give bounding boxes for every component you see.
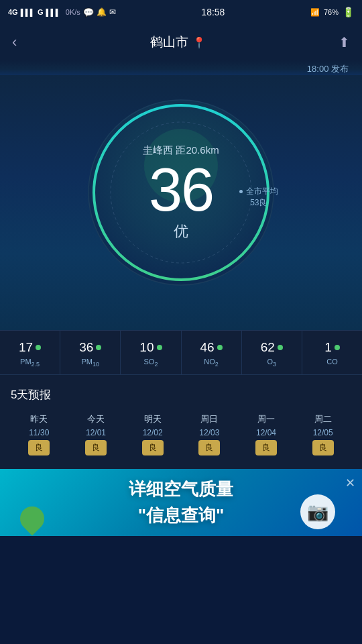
wechat-icon: 💬 xyxy=(83,7,94,17)
battery-pct: 76% xyxy=(324,8,339,16)
day-label-3: 周日 xyxy=(200,413,218,425)
co-value: 1 xyxy=(324,340,340,355)
metric-co: 1 CO xyxy=(302,331,362,374)
co-dot xyxy=(335,345,340,350)
no2-dot xyxy=(217,345,223,350)
status-bar: 4G ▌▌▌ G ▌▌▌ 0K/s 💬 🔔 ✉ 18:58 📶 76% 🔋 xyxy=(0,0,362,24)
o3-label: O3 xyxy=(267,358,276,368)
ad-main-text: 详细空气质量 xyxy=(129,478,233,501)
o3-dot xyxy=(278,345,283,350)
station-name: 圭峰西 距20.6km xyxy=(143,144,219,157)
main-aqi-section: 全市平均 53良 圭峰西 距20.6km 36 优 xyxy=(0,75,362,330)
pm10-dot xyxy=(96,345,101,350)
day-label-4: 周一 xyxy=(257,413,275,425)
o3-value: 62 xyxy=(261,340,283,355)
pm10-label: PM10 xyxy=(82,358,100,368)
so2-label: SO2 xyxy=(143,358,158,368)
co-number: 1 xyxy=(324,340,332,355)
forecast-days-row: 昨天 11/30 良 今天 12/01 良 明天 12/02 良 周日 12/0… xyxy=(11,413,351,455)
no2-label: NO2 xyxy=(204,358,219,368)
signal-bars-left: ▌▌▌ xyxy=(21,9,35,16)
day-date-4: 12/04 xyxy=(256,428,276,437)
day-badge-2: 良 xyxy=(142,440,164,455)
day-badge-1: 良 xyxy=(85,440,107,455)
forecast-day-5: 周二 12/05 良 xyxy=(294,413,351,455)
day-date-2: 12/02 xyxy=(143,428,163,437)
city-name: 鹤山市 xyxy=(150,34,188,51)
day-date-1: 12/01 xyxy=(86,428,106,437)
day-label-2: 明天 xyxy=(144,413,162,425)
header: ‹ 鹤山市 📍 ⬆ xyxy=(0,24,362,60)
ad-banner[interactable]: 详细空气质量 "信息查询" 📷 ✕ xyxy=(0,469,362,536)
header-title: 鹤山市 📍 xyxy=(150,34,206,51)
signal-g: G xyxy=(38,8,44,16)
so2-dot xyxy=(157,345,162,350)
metric-pm10: 36 PM10 xyxy=(60,331,121,374)
back-button[interactable]: ‹ xyxy=(12,34,17,51)
metric-o3: 62 O3 xyxy=(242,331,302,374)
status-right: 📶 76% 🔋 xyxy=(310,7,354,17)
ad-sub-text: "信息查询" xyxy=(138,504,225,527)
publish-time-label: 18:00 发布 xyxy=(307,64,349,74)
pm25-dot xyxy=(36,345,41,350)
forecast-day-3: 周日 12/03 良 xyxy=(181,413,238,455)
aqi-circle: 全市平均 53良 圭峰西 距20.6km 36 优 xyxy=(84,95,278,290)
pm10-number: 36 xyxy=(79,340,93,355)
city-avg-annotation: 全市平均 53良 xyxy=(239,186,278,209)
day-date-3: 12/03 xyxy=(199,428,219,437)
city-avg-dot xyxy=(239,190,243,193)
day-label-0: 昨天 xyxy=(30,413,48,425)
metric-so2: 10 SO2 xyxy=(121,331,181,374)
notification-icon: 🔔 xyxy=(97,7,107,17)
metric-pm25: 17 PM2.5 xyxy=(0,331,60,374)
forecast-day-1: 今天 12/01 良 xyxy=(68,413,125,455)
ad-close-button[interactable]: ✕ xyxy=(345,476,355,490)
day-badge-5: 良 xyxy=(312,440,334,455)
day-date-5: 12/05 xyxy=(313,428,333,437)
day-badge-3: 良 xyxy=(198,440,220,455)
so2-number: 10 xyxy=(139,340,154,355)
forecast-title: 5天预报 xyxy=(11,387,351,402)
day-badge-0: 良 xyxy=(28,440,50,455)
forecast-day-2: 明天 12/02 良 xyxy=(124,413,181,455)
pm25-label: PM2.5 xyxy=(20,358,40,368)
share-button[interactable]: ⬆ xyxy=(339,34,350,50)
metric-no2: 46 NO2 xyxy=(182,331,242,374)
ad-leaf-icon xyxy=(15,502,50,536)
forecast-section: 5天预报 昨天 11/30 良 今天 12/01 良 明天 12/02 良 周日… xyxy=(0,375,362,469)
status-left: 4G ▌▌▌ G ▌▌▌ 0K/s 💬 🔔 ✉ xyxy=(8,7,116,17)
signal-bars-right: ▌▌▌ xyxy=(46,9,60,16)
location-icon: 📍 xyxy=(192,36,206,49)
signal-4g: 4G xyxy=(8,8,18,16)
no2-value: 46 xyxy=(200,340,223,355)
pm25-number: 17 xyxy=(19,340,33,355)
pm10-value: 36 xyxy=(79,340,101,355)
aqi-level: 优 xyxy=(174,221,188,241)
forecast-day-4: 周一 12/04 良 xyxy=(238,413,295,455)
battery-icon: 🔋 xyxy=(343,7,354,17)
aqi-center-content: 圭峰西 距20.6km 36 优 xyxy=(143,144,219,241)
metrics-row: 17 PM2.5 36 PM10 10 SO2 46 NO2 62 O3 xyxy=(0,330,362,375)
message-icon: ✉ xyxy=(109,7,116,17)
co-label: CO xyxy=(326,358,338,366)
wifi-icon: 📶 xyxy=(310,8,320,17)
aqi-number: 36 xyxy=(149,160,213,220)
forecast-day-0: 昨天 11/30 良 xyxy=(11,413,68,455)
so2-value: 10 xyxy=(139,340,162,355)
day-label-1: 今天 xyxy=(87,413,105,425)
ad-camera-icon[interactable]: 📷 xyxy=(300,494,335,529)
no2-number: 46 xyxy=(200,340,215,355)
day-date-0: 11/30 xyxy=(29,428,49,437)
city-avg-label: 全市平均 xyxy=(246,186,278,196)
network-speed: 0K/s xyxy=(66,8,80,16)
o3-number: 62 xyxy=(261,340,275,355)
day-badge-4: 良 xyxy=(255,440,277,455)
status-time: 18:58 xyxy=(201,7,225,17)
city-avg-value: 53良 xyxy=(250,198,267,207)
pm25-value: 17 xyxy=(19,340,41,355)
publish-time: 18:00 发布 xyxy=(0,60,362,75)
day-label-5: 周二 xyxy=(314,413,332,425)
